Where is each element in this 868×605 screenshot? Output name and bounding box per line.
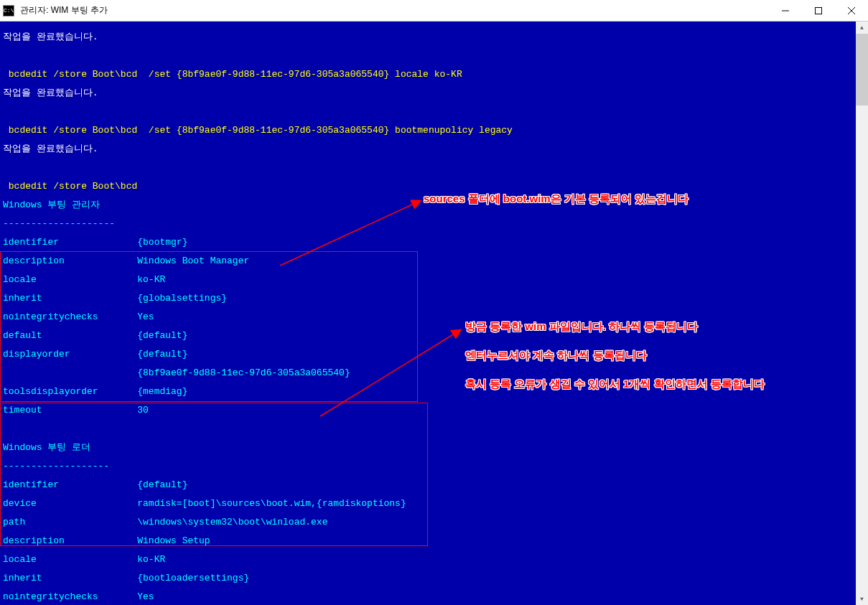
output-line: {8bf9ae0f-9d88-11ec-97d6-305a3a065540} (3, 367, 350, 378)
output-line: description Windows Setup (3, 535, 210, 546)
output-line: nointegritychecks Yes (3, 311, 154, 322)
maximize-button[interactable] (802, 0, 835, 22)
console-viewport: 작업을 완료했습니다. bcdedit /store Boot\bcd /set… (0, 22, 868, 605)
output-line: description Windows Boot Manager (3, 255, 249, 266)
output-line: 작업을 완료했습니다. (3, 144, 98, 154)
cmd-icon: C:\ (3, 5, 14, 17)
output-line: locale ko-KR (3, 554, 165, 565)
output-line: 작업을 완료했습니다. (3, 32, 98, 42)
output-line: ------------------- (3, 461, 109, 472)
svg-line-5 (280, 201, 420, 266)
window-controls (769, 0, 868, 22)
window-title: 관리자: WIM 부팅 추가 (20, 4, 108, 17)
arrow-1 (273, 197, 424, 269)
output-line: inherit {globalsettings} (3, 293, 227, 304)
console-output[interactable]: 작업을 완료했습니다. bcdedit /store Boot\bcd /set… (0, 22, 856, 605)
output-line: default {default} (3, 330, 187, 341)
output-line: device ramdisk=[boot]\sources\boot.wim,{… (3, 498, 406, 509)
svg-rect-1 (816, 8, 822, 14)
close-button[interactable] (835, 0, 868, 22)
output-line: toolsdisplayorder {memdiag} (3, 386, 187, 397)
output-line: nointegritychecks Yes (3, 591, 154, 602)
vertical-scrollbar[interactable]: ▲ ▼ (856, 22, 868, 605)
scroll-down-button[interactable]: ▼ (856, 593, 868, 605)
scroll-up-button[interactable]: ▲ (856, 22, 868, 34)
output-line: bcdedit /store Boot\bcd /set {8bf9ae0f-9… (3, 125, 513, 136)
output-line: Windows 부팅 로더 (3, 442, 90, 453)
scroll-thumb[interactable] (856, 34, 868, 105)
output-line: inherit {bootloadersettings} (3, 573, 249, 583)
output-line: timeout 30 (3, 405, 149, 416)
output-line: locale ko-KR (3, 274, 165, 285)
output-line: displayorder {default} (3, 349, 187, 360)
annotation-1: sources 폴더에 boot.wim은 기본 등록되어 있는겁니다 (424, 194, 689, 203)
output-line: identifier {bootmgr} (3, 237, 187, 248)
annotation-2: 방금 등록한 wim 파일입니다. 하나씩 등록됩니다 (465, 322, 698, 331)
output-line: bcdedit /store Boot\bcd /set {8bf9ae0f-9… (3, 69, 462, 80)
minimize-button[interactable] (769, 0, 802, 22)
output-line: bcdedit /store Boot\bcd (3, 181, 137, 192)
annotation-3: 엔터누르셔야 계속 하나씩 등록됩니다 (465, 350, 647, 360)
annotation-4: 혹시 등록 오류가 생길 수 있어서 1개씩 확인하면서 등록합니다 (465, 379, 765, 388)
output-line: Windows 부팅 관리자 (3, 200, 100, 210)
output-line: path \windows\system32\boot\winload.exe (3, 517, 327, 527)
output-line: -------------------- (3, 218, 115, 229)
output-line: 작업을 완료했습니다. (3, 88, 98, 98)
window-titlebar: C:\ 관리자: WIM 부팅 추가 (0, 0, 868, 22)
output-line: identifier {default} (3, 479, 187, 490)
